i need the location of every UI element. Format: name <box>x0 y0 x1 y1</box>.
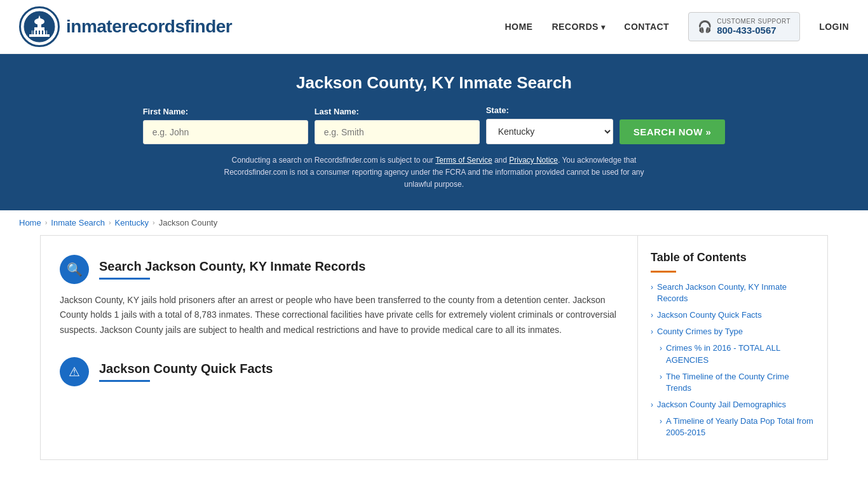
breadcrumb-state[interactable]: Kentucky <box>115 218 149 227</box>
toc-arrow-0: › <box>651 282 653 293</box>
toc-item-4[interactable]: › The Timeline of the County Crime Trend… <box>651 371 815 394</box>
svg-rect-9 <box>36 30 37 34</box>
toc-arrow-5: › <box>651 400 653 410</box>
section2-header: ⚠ Jackson County Quick Facts <box>60 357 618 386</box>
svg-rect-11 <box>42 30 43 34</box>
toc-underline <box>651 271 676 273</box>
toc-link-2[interactable]: County Crimes by Type <box>657 326 743 337</box>
support-number: 800-433-0567 <box>717 25 790 36</box>
first-name-group: First Name: <box>143 107 308 144</box>
breadcrumb-sep2: › <box>109 219 111 226</box>
section2-underline <box>99 380 150 382</box>
state-label: State: <box>486 105 509 115</box>
toc-link-5[interactable]: Jackson County Jail Demographics <box>657 399 786 410</box>
toc-link-4[interactable]: The Timeline of the County Crime Trends <box>666 371 815 394</box>
last-name-group: Last Name: <box>315 107 480 144</box>
toc-arrow-1: › <box>651 310 653 321</box>
breadcrumb-sep1: › <box>45 219 48 226</box>
privacy-link[interactable]: Privacy Notice <box>509 156 558 165</box>
toc-arrow-2: › <box>651 327 653 337</box>
headset-icon: 🎧 <box>698 20 712 34</box>
search-icon: 🔍 <box>60 255 89 284</box>
hero-section: Jackson County, KY Inmate Search First N… <box>0 54 868 210</box>
toc-arrow-6: › <box>660 416 662 427</box>
customer-support-box[interactable]: 🎧 CUSTOMER SUPPORT 800-433-0567 <box>688 12 800 41</box>
logo-icon <box>19 6 60 47</box>
last-name-input[interactable] <box>315 120 480 144</box>
section1-title-wrap: Search Jackson County, KY Inmate Records <box>99 259 365 280</box>
breadcrumb-county: Jackson County <box>159 218 218 227</box>
tos-link[interactable]: Terms of Service <box>435 156 492 165</box>
toc-arrow-4: › <box>660 372 662 383</box>
breadcrumb-sep3: › <box>153 219 155 226</box>
logo-area: inmaterecordsfinder <box>19 6 232 47</box>
first-name-input[interactable] <box>143 120 308 144</box>
disclaimer-text: Conducting a search on Recordsfinder.com… <box>212 154 656 191</box>
last-name-label: Last Name: <box>315 107 359 116</box>
search-button[interactable]: SEARCH NOW » <box>620 119 726 144</box>
site-header: inmaterecordsfinder HOME RECORDS CONTACT… <box>0 0 868 54</box>
section2-title: Jackson County Quick Facts <box>99 362 273 376</box>
svg-rect-8 <box>32 30 34 34</box>
toc-arrow-3: › <box>660 343 662 354</box>
support-label: CUSTOMER SUPPORT <box>717 18 790 25</box>
sidebar: Table of Contents › Search Jackson Count… <box>637 235 828 460</box>
hero-title: Jackson County, KY Inmate Search <box>25 73 843 93</box>
breadcrumb: Home › Inmate Search › Kentucky › Jackso… <box>0 210 868 235</box>
search-form: First Name: Last Name: State: Kentucky S… <box>25 105 843 144</box>
toc-link-0[interactable]: Search Jackson County, KY Inmate Records <box>657 281 815 304</box>
toc-item-0[interactable]: › Search Jackson County, KY Inmate Recor… <box>651 281 815 304</box>
support-text: CUSTOMER SUPPORT 800-433-0567 <box>717 18 790 36</box>
nav-home[interactable]: HOME <box>505 22 532 32</box>
content-area: 🔍 Search Jackson County, KY Inmate Recor… <box>40 235 637 460</box>
toc-item-3[interactable]: › Crimes % in 2016 - TOTAL ALL AGENCIES <box>651 342 815 365</box>
state-select[interactable]: Kentucky <box>486 119 613 144</box>
toc-item-2[interactable]: › County Crimes by Type <box>651 326 815 337</box>
svg-rect-1 <box>29 34 50 37</box>
main-container: 🔍 Search Jackson County, KY Inmate Recor… <box>21 235 847 479</box>
alert-icon: ⚠ <box>60 357 89 386</box>
nav-records[interactable]: RECORDS <box>552 22 605 32</box>
toc-link-1[interactable]: Jackson County Quick Facts <box>657 309 762 321</box>
nav-contact[interactable]: CONTACT <box>624 22 669 32</box>
toc-title: Table of Contents <box>651 251 815 264</box>
logo-text: inmaterecordsfinder <box>66 17 232 37</box>
state-group: State: Kentucky <box>486 105 613 144</box>
svg-rect-12 <box>45 30 46 34</box>
toc-link-3[interactable]: Crimes % in 2016 - TOTAL ALL AGENCIES <box>666 342 815 365</box>
breadcrumb-home[interactable]: Home <box>19 218 41 227</box>
toc-item-5[interactable]: › Jackson County Jail Demographics <box>651 399 815 410</box>
section1-title: Search Jackson County, KY Inmate Records <box>99 259 365 274</box>
svg-rect-10 <box>39 30 40 34</box>
section1-underline <box>99 278 150 280</box>
toc-link-6[interactable]: A Timeline of Yearly Data Pop Total from… <box>666 416 815 438</box>
first-name-label: First Name: <box>143 107 189 116</box>
nav-login[interactable]: LOGIN <box>819 22 849 32</box>
main-nav: HOME RECORDS CONTACT 🎧 CUSTOMER SUPPORT … <box>505 12 849 41</box>
section2-title-wrap: Jackson County Quick Facts <box>99 362 273 382</box>
section-quick-facts: ⚠ Jackson County Quick Facts <box>60 357 618 386</box>
section1-text: Jackson County, KY jails hold prisoners … <box>60 293 618 338</box>
breadcrumb-inmate-search[interactable]: Inmate Search <box>51 218 105 227</box>
svg-rect-3 <box>34 27 44 30</box>
section1-header: 🔍 Search Jackson County, KY Inmate Recor… <box>60 255 618 284</box>
toc-item-1[interactable]: › Jackson County Quick Facts <box>651 309 815 321</box>
section-inmate-records: 🔍 Search Jackson County, KY Inmate Recor… <box>60 255 618 338</box>
toc-item-6[interactable]: › A Timeline of Yearly Data Pop Total fr… <box>651 416 815 438</box>
